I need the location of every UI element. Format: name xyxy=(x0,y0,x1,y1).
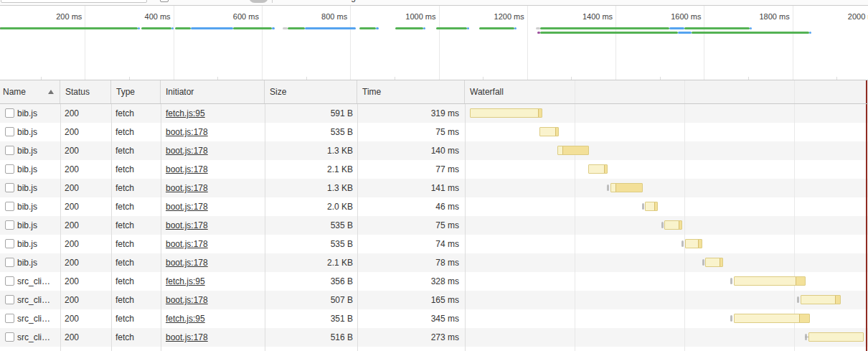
waterfall-gridline xyxy=(684,80,685,103)
initiator-link[interactable]: boot.js:178 xyxy=(166,220,208,230)
timeline-tick-label: 400 ms xyxy=(145,12,171,21)
waterfall-bar[interactable] xyxy=(664,220,682,230)
initiator-cell: boot.js:178 xyxy=(166,235,262,253)
type-cell: fetch xyxy=(115,141,157,160)
column-header-time[interactable]: Time xyxy=(357,80,465,103)
status-cell: 200 xyxy=(65,272,108,291)
column-header-waterfall[interactable]: Waterfall xyxy=(465,80,868,103)
initiator-link[interactable]: boot.js:178 xyxy=(166,239,208,249)
initiator-link[interactable]: boot.js:178 xyxy=(166,202,208,212)
name-cell: bib.js xyxy=(17,179,59,197)
waterfall-download-segment xyxy=(796,277,806,285)
waterfall-bar[interactable] xyxy=(801,295,841,304)
name-cell: bib.js xyxy=(17,253,59,272)
column-header-status[interactable]: Status xyxy=(60,80,111,103)
type-filter-img[interactable]: Img xyxy=(341,0,356,4)
initiator-link[interactable]: fetch.js:95 xyxy=(166,276,205,286)
waterfall-bar[interactable] xyxy=(808,332,864,342)
table-row[interactable]: bib.js200fetchboot.js:178535 B75 ms xyxy=(0,123,868,141)
initiator-link[interactable]: boot.js:178 xyxy=(166,183,208,193)
column-header-size[interactable]: Size xyxy=(265,80,357,103)
time-cell: 140 ms xyxy=(357,141,459,160)
waterfall-bar[interactable] xyxy=(645,202,658,211)
row-checkbox[interactable] xyxy=(5,332,14,342)
waterfall-queue-tick xyxy=(797,296,799,303)
type-filter-manifest[interactable]: Manifest xyxy=(468,0,500,4)
table-row[interactable]: bib.js200fetchboot.js:178535 B74 ms xyxy=(0,235,868,253)
table-row[interactable]: bib.js200fetchboot.js:1781.3 KB141 ms xyxy=(0,179,868,197)
type-filter-other[interactable]: Other xyxy=(521,0,542,4)
row-checkbox[interactable] xyxy=(5,127,14,136)
type-filter-media[interactable]: Media xyxy=(364,0,388,4)
table-row[interactable]: src_cli…200fetchfetch.js:95356 B328 ms xyxy=(0,272,868,291)
time-cell: 77 ms xyxy=(357,160,459,179)
waterfall-download-segment xyxy=(615,184,642,192)
column-header-type[interactable]: Type xyxy=(111,80,161,103)
row-checkbox[interactable] xyxy=(5,202,14,211)
initiator-link[interactable]: boot.js:178 xyxy=(166,127,208,137)
initiator-link[interactable]: boot.js:178 xyxy=(166,258,208,268)
row-checkbox[interactable] xyxy=(5,220,14,230)
initiator-link[interactable]: boot.js:178 xyxy=(166,164,208,174)
name-cell: src_cli… xyxy=(17,291,59,309)
hide-data-urls-checkbox[interactable] xyxy=(160,0,169,2)
type-filter-all[interactable]: All xyxy=(249,0,268,3)
waterfall-bar[interactable] xyxy=(539,127,559,136)
type-filter-js[interactable]: JS xyxy=(301,0,311,4)
waterfall-bar[interactable] xyxy=(557,146,590,155)
waterfall-bar[interactable] xyxy=(734,314,810,323)
waterfall-download-segment xyxy=(799,314,809,322)
table-row[interactable]: bib.js200fetchfetch.js:95591 B319 ms xyxy=(0,104,868,123)
type-filter-font[interactable]: Font xyxy=(396,0,413,4)
table-row[interactable]: src_cli…200fetchboot.js:178516 B273 ms xyxy=(0,328,868,347)
timeline-gridline xyxy=(704,6,704,80)
table-row[interactable]: bib.js200fetchboot.js:1782.1 KB77 ms xyxy=(0,160,868,179)
row-checkbox[interactable] xyxy=(5,258,14,267)
timeline-minor-tick xyxy=(395,77,395,80)
type-filter-css[interactable]: CSS xyxy=(319,0,336,4)
row-checkbox[interactable] xyxy=(5,314,14,323)
column-header-name[interactable]: Name xyxy=(0,80,60,103)
table-row[interactable]: bib.js200fetchboot.js:178535 B75 ms xyxy=(0,216,868,235)
type-cell: fetch xyxy=(115,104,157,123)
timeline-tick-label: 2000 ms xyxy=(848,12,868,21)
time-cell: 328 ms xyxy=(357,272,459,291)
initiator-link[interactable]: fetch.js:95 xyxy=(166,108,205,118)
row-checkbox[interactable] xyxy=(5,146,14,155)
table-row[interactable]: src_cli…200fetchboot.js:178507 B165 ms xyxy=(0,291,868,309)
type-filter-doc[interactable]: Doc xyxy=(423,0,438,4)
row-checkbox[interactable] xyxy=(5,295,14,304)
initiator-link[interactable]: boot.js:178 xyxy=(166,332,208,342)
waterfall-bar[interactable] xyxy=(610,183,643,192)
type-filter-ws[interactable]: WS xyxy=(448,0,461,4)
row-checkbox[interactable] xyxy=(5,108,14,118)
timeline-gridline xyxy=(439,6,440,80)
overview-activity-bar xyxy=(395,27,423,29)
initiator-link[interactable]: fetch.js:95 xyxy=(166,314,205,324)
filter-input[interactable]: Filter xyxy=(1,0,147,3)
row-checkbox[interactable] xyxy=(5,276,14,286)
table-body: bib.js200fetchfetch.js:95591 B319 msbib.… xyxy=(0,104,868,351)
table-row[interactable]: bib.js200fetchboot.js:1782.0 KB46 ms xyxy=(0,197,868,216)
table-row[interactable]: bib.js200fetchboot.js:1781.3 KB140 ms xyxy=(0,141,868,160)
waterfall-bar[interactable] xyxy=(734,276,806,286)
time-cell: 165 ms xyxy=(357,291,459,309)
waterfall-bar[interactable] xyxy=(705,258,723,267)
type-filter-xhr[interactable]: XHR xyxy=(277,0,295,4)
row-checkbox[interactable] xyxy=(5,183,14,192)
name-cell: bib.js xyxy=(17,216,59,235)
initiator-cell: boot.js:178 xyxy=(166,179,262,197)
row-checkbox[interactable] xyxy=(5,164,14,174)
waterfall-bar[interactable] xyxy=(470,108,542,118)
table-row[interactable]: bib.js200fetchboot.js:1782.1 KB78 ms xyxy=(0,253,868,272)
row-checkbox[interactable] xyxy=(5,239,14,248)
waterfall-gridline xyxy=(794,80,795,103)
initiator-link[interactable]: boot.js:178 xyxy=(166,295,208,305)
initiator-link[interactable]: boot.js:178 xyxy=(166,146,208,156)
overview-activity-bar xyxy=(305,27,356,29)
waterfall-bar[interactable] xyxy=(685,239,702,248)
column-header-initiator[interactable]: Initiator xyxy=(161,80,265,103)
timeline-overview[interactable]: 200 ms400 ms600 ms800 ms1000 ms1200 ms14… xyxy=(0,6,868,80)
table-row[interactable]: src_cli…200fetchfetch.js:95351 B345 ms xyxy=(0,309,868,328)
waterfall-bar[interactable] xyxy=(588,164,608,174)
